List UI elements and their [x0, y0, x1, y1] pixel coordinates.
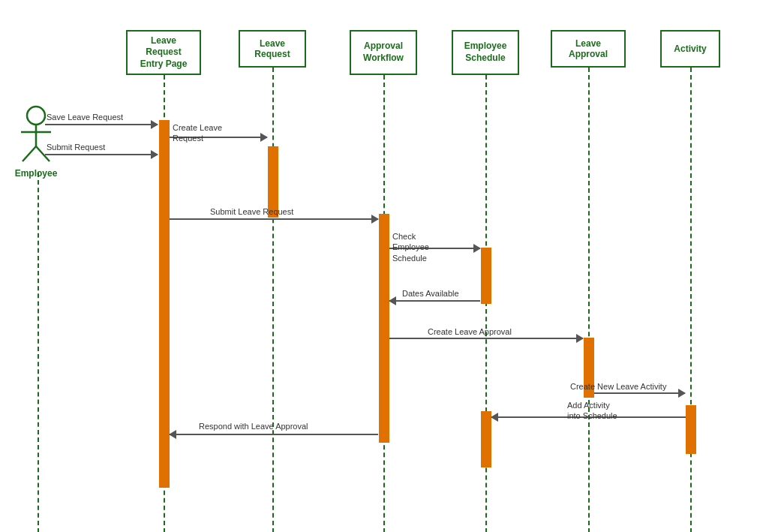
svg-point-0 [27, 107, 45, 125]
sequence-diagram: Employee Leave Request Entry Page Leave … [0, 0, 769, 532]
arrow-submit-leave-request [170, 218, 378, 220]
arrow-save-leave-request [45, 124, 158, 125]
lifeline-la [588, 68, 590, 532]
lifeline-box-lr: Leave Request [239, 30, 306, 68]
label-create-leave-approval: Create Leave Approval [428, 327, 512, 336]
arrow-dates-available [389, 300, 480, 302]
lifeline-box-la: Leave Approval [551, 30, 626, 68]
svg-line-4 [36, 146, 50, 161]
activation-es2 [481, 411, 491, 467]
label-respond-leave-approval: Respond with Leave Approval [199, 422, 308, 431]
activation-act [686, 405, 696, 454]
actor-employee: Employee [14, 105, 59, 179]
activation-lrep [159, 120, 170, 488]
label-create-new-leave-activity: Create New Leave Activity [570, 382, 666, 391]
lifeline-act [690, 68, 692, 532]
lifeline-box-act: Activity [660, 30, 720, 68]
activation-es1 [481, 248, 491, 304]
arrow-submit-request [45, 154, 158, 155]
lifeline-box-es: Employee Schedule [452, 30, 519, 75]
lifeline-box-aw: Approval Workflow [350, 30, 417, 75]
arrow-respond-leave-approval [170, 434, 378, 435]
lifeline-lr [272, 68, 274, 532]
lifeline-actor [38, 173, 39, 532]
lifeline-box-lrep: Leave Request Entry Page [126, 30, 201, 75]
svg-line-3 [23, 146, 36, 161]
label-check-employee-schedule: Check Employee Schedule [392, 231, 429, 263]
label-submit-leave-request: Submit Leave Request [210, 207, 293, 216]
label-dates-available: Dates Available [402, 289, 459, 298]
label-add-activity-into-schedule: Add Activity into Schedule [567, 400, 617, 422]
arrow-create-leave-approval [389, 338, 583, 339]
label-create-leave-request: Create Leave Request [173, 122, 222, 144]
activation-aw [379, 214, 389, 443]
arrow-create-new-leave-activity [594, 392, 685, 394]
